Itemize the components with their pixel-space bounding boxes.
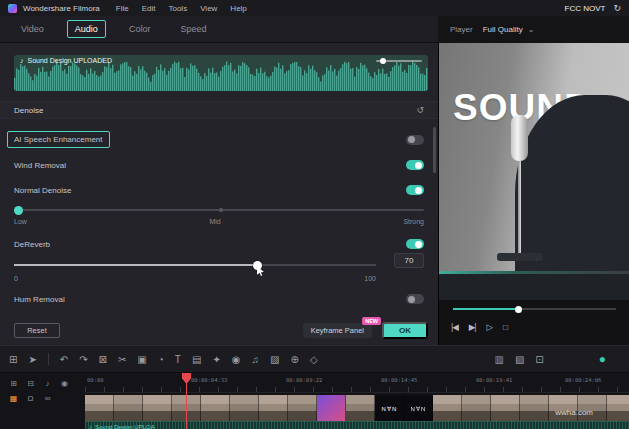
menu-help[interactable]: Help bbox=[230, 4, 246, 13]
mute-track-icon[interactable]: ♪ bbox=[46, 379, 50, 388]
quality-dropdown[interactable]: Full Quality ⌄ bbox=[483, 25, 535, 34]
redo-icon[interactable]: ↷ bbox=[79, 354, 87, 365]
tab-color[interactable]: Color bbox=[122, 21, 158, 37]
wind-removal-row: Wind Removal bbox=[14, 160, 424, 170]
tab-video[interactable]: Video bbox=[14, 21, 51, 37]
timeline-ruler[interactable]: 00:00 00:00:04:33 00:00:09:22 00:00:14:4… bbox=[85, 373, 629, 393]
zoom-icon[interactable]: ⊕ bbox=[290, 354, 298, 365]
dereverb-slider[interactable] bbox=[14, 259, 376, 271]
clip-thumbnail[interactable] bbox=[607, 395, 629, 421]
denoise-section-header[interactable]: Denoise ↺ bbox=[0, 101, 438, 119]
clip-thumbnail[interactable] bbox=[230, 395, 259, 421]
section-reset-icon[interactable]: ↺ bbox=[416, 105, 424, 115]
marker-icon[interactable]: ◇ bbox=[310, 354, 318, 365]
playhead[interactable] bbox=[186, 373, 187, 429]
text-tool-icon[interactable]: T bbox=[175, 354, 181, 365]
app-logo-icon bbox=[8, 4, 17, 13]
ai-speech-row: AI Speech Enhancement bbox=[14, 131, 424, 148]
tab-audio[interactable]: Audio bbox=[67, 20, 106, 38]
tab-speed[interactable]: Speed bbox=[173, 21, 213, 37]
video-preview[interactable]: SOUND bbox=[439, 43, 629, 300]
menu-file[interactable]: File bbox=[116, 4, 129, 13]
clip-thumbnail[interactable]: N∀N bbox=[375, 395, 404, 421]
mask-icon[interactable]: ▧ bbox=[515, 354, 524, 365]
snap-magnet-icon[interactable]: Ω bbox=[28, 394, 34, 403]
keyframe-panel-label: Keyframe Panel bbox=[311, 326, 364, 335]
reset-button[interactable]: Reset bbox=[14, 323, 60, 338]
video-track[interactable]: N∀NN∀N bbox=[85, 395, 629, 421]
clip-thumbnail[interactable] bbox=[491, 395, 520, 421]
stop-button[interactable]: □ bbox=[503, 322, 507, 332]
clip-thumbnail[interactable] bbox=[288, 395, 317, 421]
media-library-icon[interactable]: ⊞ bbox=[9, 354, 17, 365]
link-clips-icon[interactable]: ∞ bbox=[45, 394, 51, 403]
menu-edit[interactable]: Edit bbox=[142, 4, 156, 13]
add-track-icon[interactable]: ⊞ bbox=[10, 379, 17, 388]
ruler-timestamp: 00:00:14:45 bbox=[381, 377, 417, 383]
track-menu-icon[interactable]: ⊟ bbox=[27, 379, 34, 388]
denoise-level-handle[interactable] bbox=[14, 206, 23, 215]
clip-thumbnail[interactable] bbox=[520, 395, 549, 421]
toolbar-right-group: ▥ ▧ ⊡ bbox=[494, 354, 543, 365]
clip-thumbnail[interactable]: N∀N bbox=[404, 395, 433, 421]
clip-thumbnail[interactable] bbox=[259, 395, 288, 421]
undo-icon[interactable]: ↶ bbox=[60, 354, 68, 365]
speed-icon[interactable]: ◔ bbox=[158, 354, 164, 365]
prev-frame-button[interactable]: |◀ bbox=[451, 322, 458, 332]
panel-scrollbar[interactable] bbox=[433, 127, 436, 173]
toggle-visibility-icon[interactable]: ◉ bbox=[61, 379, 68, 388]
clip-thumbnail[interactable] bbox=[85, 395, 114, 421]
track-controls-rail: ⊞ ⊟ ♪ ◉ ▦ Ω ∞ bbox=[0, 373, 85, 429]
normal-denoise-toggle[interactable] bbox=[406, 185, 424, 195]
crop-frame-icon[interactable]: ⊡ bbox=[535, 354, 543, 365]
wind-removal-toggle[interactable] bbox=[406, 160, 424, 170]
play-button[interactable]: ▷ bbox=[487, 322, 493, 332]
hum-removal-row: Hum Removal bbox=[14, 294, 424, 304]
clip-thumbnail[interactable] bbox=[114, 395, 143, 421]
mic-base bbox=[497, 253, 543, 261]
effects-icon[interactable]: ✦ bbox=[212, 354, 220, 365]
preview-seekbar[interactable] bbox=[453, 305, 616, 313]
clip-thumbnail[interactable] bbox=[346, 395, 375, 421]
clip-thumbnail[interactable] bbox=[462, 395, 491, 421]
menu-items: File Edit Tools View Help bbox=[116, 4, 247, 13]
ruler-timestamp: 00:00:04:33 bbox=[191, 377, 227, 383]
clip-volume-slider[interactable] bbox=[376, 60, 422, 62]
editing-toolbar: ⊞ ➤ ↶ ↷ ⊠ ✂ ▣ ◔ T ▤ ✦ ◉ ♫ ▨ ⊕ ◇ ▥ ▧ ⊡ ● bbox=[0, 345, 629, 373]
record-voiceover-icon[interactable]: ◉ bbox=[232, 354, 241, 365]
preview-panel: SOUND |◀ ▶| ▷ □ bbox=[438, 43, 629, 345]
clip-thumbnail[interactable] bbox=[433, 395, 462, 421]
seekbar-knob[interactable] bbox=[515, 306, 522, 313]
keyframe-colors-icon[interactable]: ▦ bbox=[10, 394, 18, 403]
clip-thumbnail[interactable] bbox=[201, 395, 230, 421]
sync-icon[interactable]: ↻ bbox=[613, 3, 621, 13]
denoise-level-slider[interactable] bbox=[14, 205, 424, 215]
menu-tools[interactable]: Tools bbox=[168, 4, 187, 13]
clip-thumbnail[interactable] bbox=[143, 395, 172, 421]
quality-value: Full Quality bbox=[483, 25, 523, 34]
ruler-timestamp: 00:00:24:06 bbox=[565, 377, 601, 383]
normal-denoise-label: Normal Denoise bbox=[14, 186, 71, 195]
dereverb-toggle[interactable] bbox=[406, 239, 424, 249]
dereverb-value-field[interactable]: 70 bbox=[394, 253, 424, 268]
transition-icon[interactable]: ▤ bbox=[192, 354, 201, 365]
clip-thumbnail[interactable] bbox=[317, 395, 346, 421]
dereverb-row: DeReverb bbox=[14, 239, 424, 249]
pointer-tool-icon[interactable]: ➤ bbox=[28, 354, 36, 365]
keyframe-panel-button[interactable]: Keyframe Panel NEW bbox=[303, 323, 372, 338]
audio-track[interactable]: ♪ Sound Design UPLOA bbox=[85, 421, 629, 429]
menu-view[interactable]: View bbox=[200, 4, 217, 13]
scale-max-label: 100 bbox=[364, 275, 376, 282]
ai-speech-toggle[interactable] bbox=[406, 135, 424, 145]
green-screen-icon[interactable]: ▨ bbox=[270, 354, 279, 365]
hum-removal-toggle[interactable] bbox=[406, 294, 424, 304]
render-preview-button[interactable]: ● bbox=[599, 352, 606, 366]
audio-clip-waveform[interactable]: ♪ Sound Design UPLOADED bbox=[14, 55, 428, 91]
crop-icon[interactable]: ▣ bbox=[137, 354, 146, 365]
split-icon[interactable]: ✂ bbox=[118, 354, 126, 365]
pip-icon[interactable]: ▥ bbox=[494, 354, 503, 365]
delete-icon[interactable]: ⊠ bbox=[99, 354, 107, 365]
ok-button[interactable]: OK bbox=[382, 322, 428, 339]
audio-mixer-icon[interactable]: ♫ bbox=[252, 354, 260, 365]
next-frame-button[interactable]: ▶| bbox=[469, 322, 476, 332]
